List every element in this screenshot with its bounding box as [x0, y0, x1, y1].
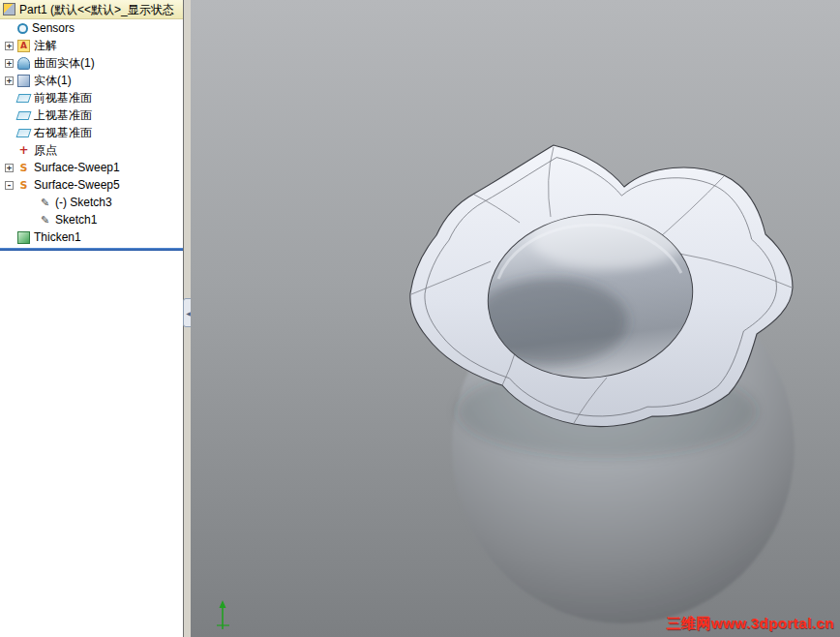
- sensors-icon: [17, 23, 28, 34]
- tree-item-sketch1[interactable]: ✎ Sketch1: [0, 211, 183, 228]
- tree-item-label: 上视基准面: [34, 106, 92, 124]
- tree-item-origin[interactable]: + 原点: [0, 141, 183, 159]
- tree-item-surface-sweep1[interactable]: + S Surface-Sweep1: [0, 159, 183, 176]
- expand-toggle[interactable]: [5, 24, 14, 33]
- annotations-icon: A: [17, 40, 30, 52]
- plane-icon: [16, 129, 32, 137]
- vase-3d-model: [191, 0, 840, 637]
- feature-tree: Sensors + A 注解 + 曲面实体(1) + 实体(1) 前视基准面: [0, 19, 183, 246]
- sketch-icon: ✎: [39, 197, 51, 209]
- tree-item-label: Sensors: [32, 19, 75, 37]
- expand-toggle[interactable]: -: [5, 181, 14, 190]
- expand-toggle[interactable]: +: [5, 164, 14, 172]
- expand-toggle[interactable]: [5, 111, 14, 120]
- watermark: 三维网www.3dportal.cn: [667, 615, 834, 633]
- solid-bodies-icon: [17, 75, 30, 87]
- tree-item-label: Surface-Sweep1: [34, 159, 120, 176]
- part-title: Part1 (默认<<默认>_显示状态: [19, 1, 174, 18]
- tree-item-top-plane[interactable]: 上视基准面: [0, 106, 183, 124]
- part-header[interactable]: Part1 (默认<<默认>_显示状态: [0, 0, 183, 19]
- tree-item-label: (-) Sketch3: [55, 194, 112, 211]
- rollback-bar[interactable]: [0, 248, 183, 251]
- tree-item-solid-bodies[interactable]: + 实体(1): [0, 72, 183, 89]
- tree-item-surface-bodies[interactable]: + 曲面实体(1): [0, 54, 183, 72]
- origin-triad: [217, 600, 229, 629]
- expand-toggle[interactable]: +: [5, 59, 14, 68]
- tree-item-sensors[interactable]: Sensors: [0, 19, 183, 37]
- expand-toggle[interactable]: [5, 94, 14, 103]
- tree-item-thicken1[interactable]: Thicken1: [0, 228, 183, 246]
- tree-item-surface-sweep5[interactable]: - S Surface-Sweep5: [0, 176, 183, 194]
- thicken-icon: [17, 231, 30, 244]
- surface-sweep-icon: S: [17, 162, 30, 174]
- tree-item-label: Sketch1: [55, 211, 97, 228]
- tree-item-label: Thicken1: [34, 228, 81, 246]
- tree-item-front-plane[interactable]: 前视基准面: [0, 89, 183, 106]
- solidworks-window: Part1 (默认<<默认>_显示状态 Sensors + A 注解 + 曲面实…: [0, 0, 840, 637]
- feature-tree-panel: Part1 (默认<<默认>_显示状态 Sensors + A 注解 + 曲面实…: [0, 0, 184, 637]
- tree-item-label: 曲面实体(1): [34, 54, 95, 72]
- expand-toggle[interactable]: [26, 198, 35, 207]
- part-icon: [3, 3, 15, 15]
- expand-toggle[interactable]: [5, 129, 14, 137]
- tree-item-sketch3[interactable]: ✎ (-) Sketch3: [0, 194, 183, 211]
- tree-item-label: 实体(1): [34, 72, 72, 89]
- expand-toggle[interactable]: [5, 146, 14, 155]
- expand-toggle[interactable]: +: [5, 76, 14, 85]
- tree-item-annotations[interactable]: + A 注解: [0, 37, 183, 54]
- expand-toggle[interactable]: [5, 233, 14, 242]
- expand-toggle[interactable]: +: [5, 42, 14, 50]
- tree-item-label: Surface-Sweep5: [34, 176, 120, 194]
- tree-item-right-plane[interactable]: 右视基准面: [0, 124, 183, 141]
- plane-icon: [16, 111, 32, 120]
- tree-item-label: 注解: [34, 37, 57, 54]
- plane-icon: [16, 94, 32, 103]
- surface-sweep-icon: S: [17, 179, 30, 192]
- origin-icon: +: [17, 144, 30, 157]
- graphics-viewport[interactable]: 三维网www.3dportal.cn: [191, 0, 840, 637]
- tree-item-label: 右视基准面: [34, 124, 92, 141]
- expand-toggle[interactable]: [26, 216, 35, 225]
- tree-item-label: 原点: [34, 141, 57, 159]
- panel-splitter[interactable]: ◀: [184, 0, 191, 637]
- surface-bodies-icon: [17, 57, 30, 70]
- sketch-icon: ✎: [39, 214, 51, 227]
- tree-item-label: 前视基准面: [34, 89, 92, 106]
